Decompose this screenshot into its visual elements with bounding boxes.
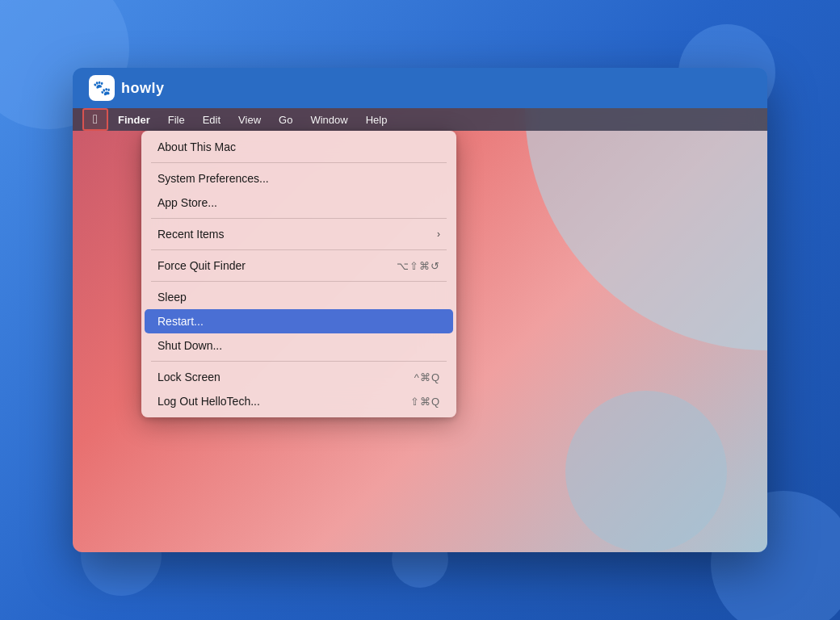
mac-window: 🐾 howly  Finder File Edit View: [73, 68, 767, 552]
menu-help[interactable]: Help: [358, 108, 396, 131]
apple-menu-button[interactable]: : [82, 108, 108, 131]
howly-logo: 🐾 howly: [89, 75, 165, 101]
menu-file[interactable]: File: [160, 108, 193, 131]
desktop-shape-2: [565, 391, 727, 552]
apple-icon: : [93, 112, 98, 127]
menu-logout[interactable]: Log Out HelloTech... ⇧⌘Q: [145, 389, 453, 413]
menu-sleep[interactable]: Sleep: [145, 285, 453, 309]
menu-force-quit[interactable]: Force Quit Finder ⌥⇧⌘↺: [145, 253, 453, 278]
logout-shortcut: ⇧⌘Q: [410, 396, 440, 408]
howly-icon: 🐾: [89, 75, 115, 101]
apple-dropdown: About This Mac System Preferences... App…: [141, 131, 456, 417]
recent-items-arrow: ›: [437, 228, 440, 240]
menu-recent-items[interactable]: Recent Items ›: [145, 222, 453, 246]
menu-go[interactable]: Go: [271, 108, 300, 131]
mac-menubar:  Finder File Edit View Go Window Help: [73, 108, 767, 131]
separator-1: [151, 162, 447, 163]
separator-3: [151, 249, 447, 250]
howly-bar: 🐾 howly: [73, 68, 767, 108]
menu-finder[interactable]: Finder: [110, 108, 158, 131]
menu-system-preferences[interactable]: System Preferences...: [145, 166, 453, 191]
menu-app-store[interactable]: App Store...: [145, 191, 453, 215]
separator-5: [151, 361, 447, 362]
separator-2: [151, 218, 447, 219]
force-quit-shortcut: ⌥⇧⌘↺: [397, 260, 440, 272]
howly-brand-name: howly: [121, 80, 165, 97]
menu-window[interactable]: Window: [302, 108, 355, 131]
menu-restart[interactable]: Restart...: [145, 309, 453, 333]
menu-lock-screen[interactable]: Lock Screen ^⌘Q: [145, 365, 453, 389]
menu-about-this-mac[interactable]: About This Mac: [145, 135, 453, 159]
desktop-shape-1: [525, 108, 767, 350]
outer-background: 🐾 howly  Finder File Edit View: [0, 0, 840, 620]
lock-screen-shortcut: ^⌘Q: [414, 371, 440, 383]
menu-view[interactable]: View: [230, 108, 269, 131]
menu-shutdown[interactable]: Shut Down...: [145, 333, 453, 358]
menu-edit[interactable]: Edit: [195, 108, 229, 131]
separator-4: [151, 281, 447, 282]
